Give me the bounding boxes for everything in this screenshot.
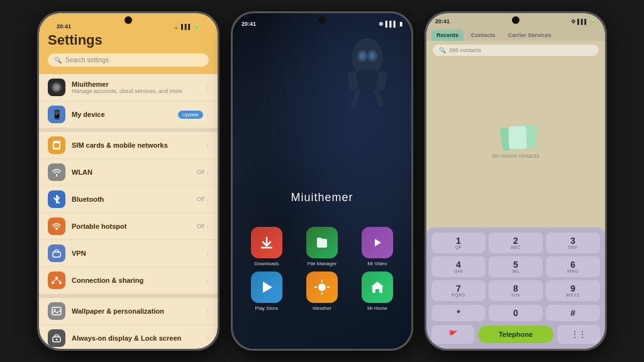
app-item-filemanager[interactable]: File Manager [297, 227, 347, 266]
settings-item-bluetooth[interactable]: Bluetooth Off › [39, 186, 218, 213]
dial-key-3[interactable]: 3 DEF [546, 233, 600, 253]
dial-key-star[interactable]: * [431, 305, 486, 321]
chevron-icon: › [207, 142, 209, 149]
dial-num: 8 [491, 284, 540, 293]
dial-key-zero[interactable]: 0 [489, 305, 543, 321]
settings-item-wallpaper[interactable]: Wallpaper & personalization › [39, 294, 218, 325]
settings-item-wlan[interactable]: WLAN Off › [39, 159, 218, 186]
mydevice-icon: 📱 [48, 106, 65, 123]
mydevice-text: My device [72, 111, 178, 118]
svg-rect-3 [54, 143, 59, 148]
app-label-mivideo: Mi Video [368, 261, 387, 266]
app-label-weather: Weather [313, 305, 331, 311]
dial-key-1[interactable]: 1 QP [431, 233, 486, 253]
status-time: 20:41 [57, 23, 71, 30]
battery-icon: 🔋 [194, 24, 200, 30]
app-icon-playstore [251, 272, 282, 303]
hotspot-label: Portable hotspot [72, 222, 197, 230]
phone-telephone: 20:41 ⚙ ▌▌▌ 🔋 Recents Contacts Carrier S… [425, 11, 607, 351]
app-item-downloads[interactable]: Downloads [242, 227, 292, 266]
lockscreen-icon [48, 329, 65, 347]
dial-num: 2 [491, 236, 540, 245]
hotspot-status: Off [197, 223, 204, 229]
app-icon-mivideo [362, 227, 393, 258]
app-label-playstore: Play Store [255, 305, 279, 311]
status-icons: 🔒 ▌▌▌ 🔋 [173, 24, 200, 30]
svg-point-1 [53, 84, 60, 90]
app-icon-downloads [251, 227, 282, 258]
dial-num: 3 [548, 236, 597, 245]
settings-item-lockscreen[interactable]: Always-on display & Lock screen › [39, 325, 218, 349]
star-key: * [434, 309, 483, 317]
app-item-playstore[interactable]: Play Store [242, 272, 292, 311]
dial-key-9[interactable]: 9 WXYZ [546, 280, 600, 301]
dialpad-button[interactable]: ⋮⋮ [557, 325, 600, 344]
dial-key-5[interactable]: 5 JKL [489, 256, 543, 277]
dial-grid: 1 QP 2 ABC 3 DEF 4 GHI [431, 233, 600, 301]
chevron-icon: › [207, 111, 209, 118]
settings-search[interactable]: 🔍 Search settings [48, 53, 209, 67]
svg-line-24 [377, 92, 381, 104]
sim-label: SIM cards & mobile networks [72, 141, 207, 149]
svg-line-10 [57, 279, 60, 282]
tab-recents[interactable]: Recents [431, 30, 464, 41]
app-item-mihome[interactable]: Mi Home [352, 272, 402, 311]
tab-carrier[interactable]: Carrier Services [503, 30, 557, 41]
hash-key: # [548, 309, 597, 317]
punch-hole-camera [125, 16, 132, 24]
home-screen: 20:41 ⊕ ▌▌▌ ▮ Miuithemer Downloads [233, 13, 411, 349]
dial-key-2[interactable]: 2 ABC [489, 233, 543, 253]
dial-key-hash[interactable]: # [546, 305, 600, 321]
dial-key-6[interactable]: 6 MNO [546, 256, 600, 277]
connection-label: Connection & sharing [72, 277, 207, 284]
contacts-search[interactable]: 🔍 398 contacts [433, 45, 599, 56]
app-grid: Downloads File Manager Mi Video [242, 227, 402, 311]
dial-key-7[interactable]: 7 PQRS [431, 280, 486, 301]
dial-num: 4 [434, 260, 483, 269]
app-item-mivideo[interactable]: Mi Video [352, 227, 402, 266]
zero-key: 0 [491, 309, 540, 317]
status-time: 20:41 [435, 18, 450, 25]
settings-list: Miuithemer Manage accounts, cloud servic… [39, 74, 218, 349]
bluetooth-status: Off [197, 196, 204, 202]
dial-key-8[interactable]: 8 TUV [489, 280, 543, 301]
svg-rect-11 [52, 307, 61, 315]
chevron-icon: › [207, 308, 209, 315]
call-button-row: 🚩 Telephone ⋮⋮ [431, 325, 600, 344]
bluetooth-text: Bluetooth [72, 195, 197, 203]
vpn-label: VPN [72, 250, 207, 257]
settings-item-vpn[interactable]: VPN › [39, 240, 218, 267]
punch-hole-camera [318, 16, 326, 24]
svg-rect-34 [508, 126, 526, 149]
svg-point-6 [55, 277, 58, 279]
settings-item-connection[interactable]: Connection & sharing › [39, 267, 218, 294]
lock-icon: 🔒 [173, 24, 179, 30]
app-item-weather[interactable]: Weather [297, 272, 347, 311]
svg-point-14 [56, 339, 58, 341]
settings-item-sim[interactable]: SIM cards & mobile networks › [39, 128, 218, 159]
dial-key-4[interactable]: 4 GHI [431, 256, 486, 277]
wlan-text: WLAN [72, 168, 197, 176]
dial-pad: 1 QP 2 ABC 3 DEF 4 GHI [426, 228, 605, 349]
flag-button[interactable]: 🚩 [431, 325, 474, 344]
settings-title: Settings [48, 32, 209, 48]
wlan-label: WLAN [72, 168, 197, 176]
app-icon-weather [306, 272, 338, 303]
punch-hole-camera [512, 16, 519, 24]
tab-contacts[interactable]: Contacts [466, 30, 501, 41]
settings-item-hotspot[interactable]: Portable hotspot Off › [39, 213, 218, 240]
signal-icon: ▌▌▌ [181, 24, 192, 30]
svg-point-27 [318, 283, 326, 291]
settings-item-mydevice[interactable]: 📱 My device Update › [39, 101, 218, 128]
chevron-icon: › [207, 250, 209, 257]
search-placeholder: 398 contacts [449, 47, 481, 53]
settings-item-miuithemer[interactable]: Miuithemer Manage accounts, cloud servic… [39, 74, 218, 101]
search-icon: 🔍 [439, 47, 446, 53]
sim-icon [48, 136, 65, 154]
svg-point-21 [360, 53, 365, 59]
svg-point-8 [59, 282, 62, 284]
dial-letters: QP [434, 245, 483, 250]
wlan-icon [48, 163, 65, 181]
call-button[interactable]: Telephone [478, 326, 553, 343]
home-title: Miuithemer [233, 191, 411, 204]
